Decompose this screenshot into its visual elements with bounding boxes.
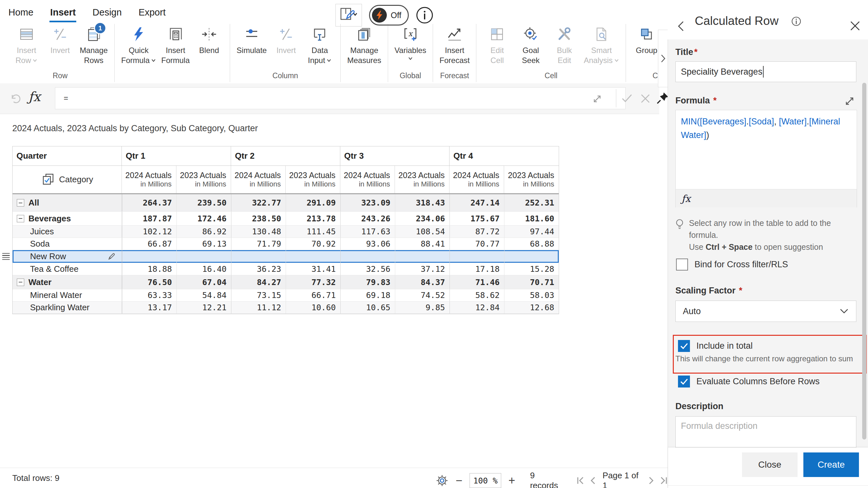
- quarter-header[interactable]: Qtr 3: [340, 146, 450, 165]
- row-label-cell[interactable]: Soda: [12, 238, 122, 250]
- value-cell[interactable]: 181.60: [504, 212, 559, 225]
- value-cell[interactable]: 16.40: [177, 263, 231, 275]
- value-cell[interactable]: [231, 250, 286, 263]
- value-cell[interactable]: 66.87: [122, 238, 177, 250]
- value-cell[interactable]: 130.48: [231, 225, 286, 238]
- value-cell[interactable]: [340, 250, 395, 263]
- measure-header[interactable]: 2023 Actualsin Millions: [177, 166, 231, 193]
- value-cell[interactable]: 71.46: [450, 275, 504, 289]
- edit-row-pencil-icon[interactable]: [107, 252, 116, 261]
- value-cell[interactable]: 93.06: [340, 238, 395, 250]
- value-cell[interactable]: 213.78: [286, 212, 340, 225]
- table-row[interactable]: Water76.5067.0484.2777.3279.8384.3771.46…: [12, 275, 559, 289]
- evaluate-columns-checkbox[interactable]: [678, 375, 690, 388]
- create-button[interactable]: Create: [803, 453, 859, 477]
- value-cell[interactable]: 12.21: [177, 302, 231, 313]
- first-page-icon[interactable]: [577, 476, 585, 485]
- invert-button[interactable]: Invert: [44, 24, 75, 56]
- row-label-cell[interactable]: Tea & Coffee: [12, 263, 122, 275]
- value-cell[interactable]: 111.45: [286, 225, 340, 238]
- expand-formula-icon[interactable]: [592, 94, 602, 104]
- row-label-cell[interactable]: Water: [12, 275, 122, 289]
- table-row[interactable]: Beverages187.87172.46238.50213.78243.262…: [12, 212, 559, 225]
- zoom-in-button[interactable]: +: [508, 475, 515, 486]
- panel-scrollbar[interactable]: [862, 83, 866, 439]
- table-row[interactable]: Sparkling Water13.1712.2111.1210.6010.65…: [12, 302, 559, 314]
- table-row[interactable]: All264.37239.50322.77291.09323.09318.432…: [12, 194, 559, 212]
- value-cell[interactable]: 10.60: [286, 302, 340, 313]
- edit-cell-button[interactable]: EditCell: [482, 24, 513, 66]
- value-cell[interactable]: 247.14: [450, 194, 504, 211]
- value-cell[interactable]: 70.71: [504, 275, 559, 289]
- value-cell[interactable]: 117.63: [340, 225, 395, 238]
- collapse-row-icon[interactable]: [17, 215, 24, 222]
- value-cell[interactable]: 67.04: [177, 275, 231, 289]
- collapse-row-icon[interactable]: [17, 279, 24, 286]
- value-cell[interactable]: 86.92: [177, 225, 231, 238]
- row-label-cell[interactable]: All: [12, 194, 122, 211]
- value-cell[interactable]: 108.54: [395, 225, 450, 238]
- settings-gear-icon[interactable]: [436, 474, 448, 487]
- value-cell[interactable]: 84.37: [395, 275, 450, 289]
- row-label-cell[interactable]: Juices: [12, 225, 122, 238]
- value-cell[interactable]: 264.37: [122, 194, 177, 211]
- table-row[interactable]: Soda66.8769.1371.7970.9293.0688.4170.776…: [12, 238, 559, 250]
- value-cell[interactable]: 58.03: [504, 289, 559, 301]
- value-cell[interactable]: 87.72: [450, 225, 504, 238]
- zoom-out-button[interactable]: −: [456, 475, 462, 486]
- smart-analysis-button[interactable]: SmartAnalysis: [582, 24, 620, 66]
- value-cell[interactable]: 71.79: [231, 238, 286, 250]
- value-cell[interactable]: [177, 250, 231, 263]
- goal-seek-button[interactable]: GoalSeek: [515, 24, 546, 66]
- tab-home[interactable]: Home: [8, 7, 33, 22]
- description-textarea[interactable]: Formula description: [675, 416, 856, 448]
- value-cell[interactable]: 318.43: [395, 194, 450, 211]
- measure-header[interactable]: 2023 Actualsin Millions: [286, 166, 340, 193]
- panel-close-icon[interactable]: [849, 20, 861, 32]
- quarter-header[interactable]: Qtr 4: [450, 146, 559, 165]
- measure-header[interactable]: 2024 Actualsin Millions: [340, 166, 395, 193]
- value-cell[interactable]: [122, 250, 177, 263]
- undo-icon[interactable]: [9, 92, 22, 105]
- row-label-cell[interactable]: Beverages: [12, 212, 122, 225]
- value-cell[interactable]: 238.50: [231, 212, 286, 225]
- apply-formula-icon[interactable]: [621, 93, 633, 103]
- value-cell[interactable]: 172.46: [177, 212, 231, 225]
- next-page-icon[interactable]: [648, 476, 655, 485]
- panel-info-icon[interactable]: [791, 16, 801, 27]
- edit-table-button[interactable]: [335, 4, 362, 27]
- tab-insert[interactable]: Insert: [50, 7, 75, 22]
- value-cell[interactable]: 234.06: [395, 212, 450, 225]
- value-cell[interactable]: [395, 250, 450, 263]
- zoom-level-input[interactable]: 100 %: [469, 473, 501, 488]
- insert-forecast-button[interactable]: InsertForecast: [438, 24, 471, 66]
- value-cell[interactable]: 88.41: [395, 238, 450, 250]
- variables-button[interactable]: xVariables: [393, 24, 428, 62]
- value-cell[interactable]: 11.12: [231, 302, 286, 313]
- value-cell[interactable]: [504, 250, 559, 263]
- value-cell[interactable]: 58.62: [450, 289, 504, 301]
- title-input[interactable]: Speciality Beverages: [675, 61, 856, 82]
- insert-row-button[interactable]: InsertRow: [11, 24, 42, 66]
- row-label-cell[interactable]: New Row: [12, 250, 122, 263]
- value-cell[interactable]: 73.15: [231, 289, 286, 301]
- value-cell[interactable]: 18.88: [122, 263, 177, 275]
- expand-formula-editor-icon[interactable]: [844, 96, 855, 106]
- value-cell[interactable]: 76.50: [122, 275, 177, 289]
- value-cell[interactable]: 12.84: [450, 302, 504, 313]
- drag-row-handle-icon[interactable]: [2, 253, 10, 260]
- include-in-total-checkbox[interactable]: [678, 340, 690, 352]
- table-row[interactable]: Mineral Water63.3354.8473.1566.7169.1874…: [12, 289, 559, 302]
- close-button[interactable]: Close: [742, 453, 798, 477]
- value-cell[interactable]: 17.18: [450, 263, 504, 275]
- value-cell[interactable]: 79.83: [340, 275, 395, 289]
- value-cell[interactable]: 9.85: [395, 302, 450, 313]
- last-page-icon[interactable]: [659, 476, 668, 485]
- value-cell[interactable]: 187.87: [122, 212, 177, 225]
- formula-input[interactable]: =: [55, 87, 626, 109]
- formula-editor-text[interactable]: MIN([Beverages].[Soda], [Water].[Mineral…: [676, 110, 857, 189]
- value-cell[interactable]: 70.77: [450, 238, 504, 250]
- quarter-header[interactable]: Qtr 1: [122, 146, 231, 165]
- value-cell[interactable]: 32.56: [340, 263, 395, 275]
- value-cell[interactable]: 68.88: [504, 238, 559, 250]
